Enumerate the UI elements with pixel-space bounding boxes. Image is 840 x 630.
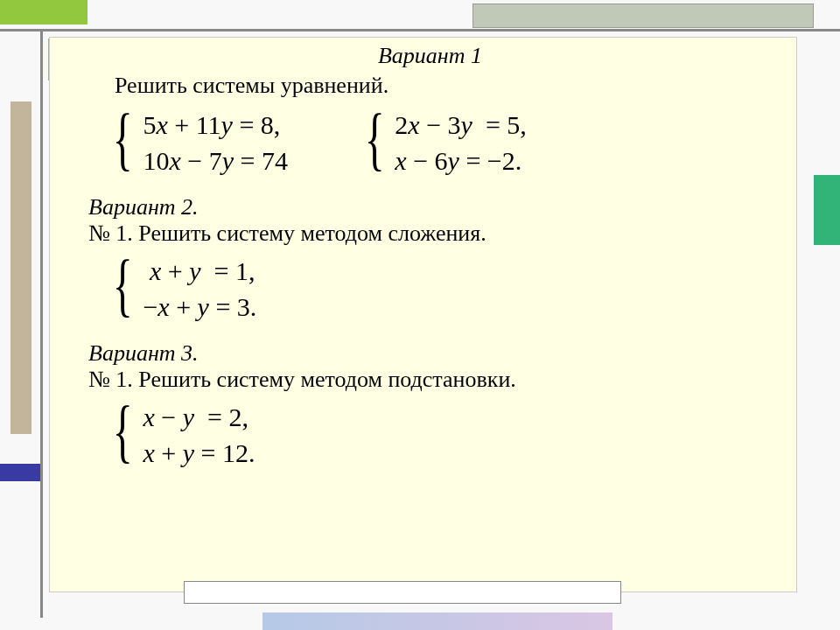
variant2-task: № 1. Решить систему методом сложения. xyxy=(88,220,772,247)
deco-block xyxy=(0,464,40,481)
equation: x − y = 2, xyxy=(143,400,255,436)
equation-group: 2x − 3y = 5, x − 6y = −2. xyxy=(395,108,527,178)
variant3-system-row: { x − y = 2, x + y = 12. xyxy=(88,400,772,471)
deco-block xyxy=(814,175,840,245)
variant1-subtitle: Решить системы уравнений. xyxy=(88,73,772,99)
deco-line xyxy=(40,32,43,618)
equation-system: { x + y = 1, −x + y = 3. xyxy=(106,254,256,325)
equation: x + y = 1, xyxy=(143,254,256,290)
equation: 10x − 7y = 74 xyxy=(143,144,288,179)
equation-group: x + y = 1, −x + y = 3. xyxy=(143,254,256,325)
deco-block xyxy=(184,581,621,604)
equation-group: x − y = 2, x + y = 12. xyxy=(143,400,255,471)
equation: 5x + 11y = 8, xyxy=(143,108,288,144)
variant1-title: Вариант 1 xyxy=(88,43,772,69)
equation-system: { 2x − 3y = 5, x − 6y = −2. xyxy=(358,108,527,178)
variant3-task: № 1. Решить систему методом подстановки. xyxy=(88,367,772,393)
equation: x + y = 12. xyxy=(143,436,255,472)
brace-icon: { xyxy=(113,400,133,471)
equation-group: 5x + 11y = 8, 10x − 7y = 74 xyxy=(143,108,288,178)
deco-block xyxy=(262,612,612,630)
variant2-system-row: { x + y = 1, −x + y = 3. xyxy=(88,254,772,325)
equation-system: { 5x + 11y = 8, 10x − 7y = 74 xyxy=(106,108,288,178)
brace-icon: { xyxy=(113,108,133,178)
variant2-title: Вариант 2. xyxy=(88,194,772,220)
deco-block xyxy=(0,0,88,24)
deco-line xyxy=(0,29,840,32)
equation: 2x − 3y = 5, xyxy=(395,108,527,144)
variant3-title: Вариант 3. xyxy=(88,340,772,367)
slide-content: Вариант 1 Решить системы уравнений. { 5x… xyxy=(49,37,797,592)
brace-icon: { xyxy=(365,108,385,178)
brace-icon: { xyxy=(113,254,133,325)
variant1-systems: { 5x + 11y = 8, 10x − 7y = 74 { 2x − 3y … xyxy=(88,108,772,178)
equation: −x + y = 3. xyxy=(143,290,256,326)
equation-system: { x − y = 2, x + y = 12. xyxy=(106,400,255,471)
deco-block xyxy=(10,102,32,434)
deco-block xyxy=(472,4,814,28)
equation: x − 6y = −2. xyxy=(395,144,527,179)
